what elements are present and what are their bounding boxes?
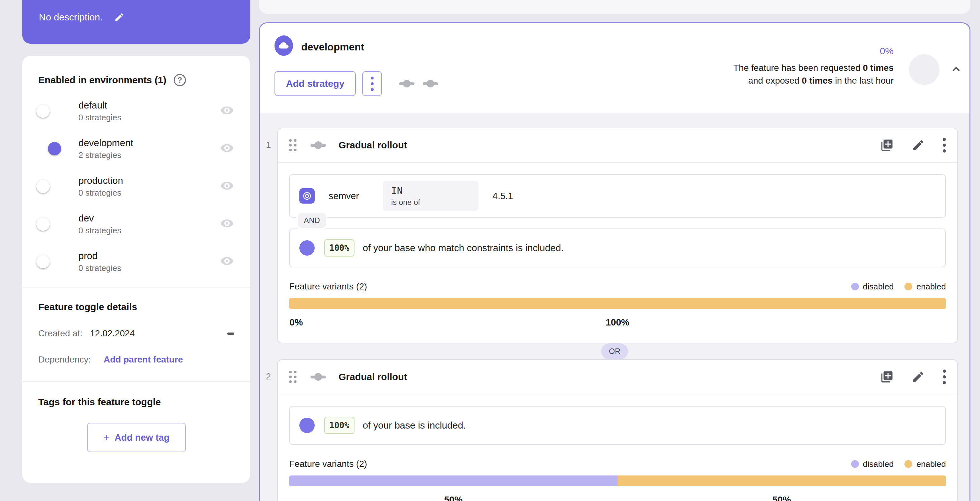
variants-bar (289, 475, 946, 486)
drag-handle[interactable] (289, 139, 296, 151)
eye-icon[interactable] (220, 103, 234, 119)
eye-icon[interactable] (220, 216, 234, 232)
edit-strategy-button[interactable] (912, 139, 925, 152)
rollout-description: of your base who match constraints is in… (363, 243, 564, 254)
operator-description: is one of (391, 198, 470, 207)
environment-row-dev: dev0 strategies (38, 205, 234, 243)
environment-name: dev (78, 213, 121, 224)
tags-title: Tags for this feature toggle (38, 397, 234, 407)
environment-row-default: default0 strategies (38, 92, 234, 130)
strategy-row-1: 1 Gradual rollout semver (260, 128, 969, 343)
constraint-value: 4.5.1 (493, 191, 513, 201)
strategy-kebab-button[interactable] (943, 138, 946, 153)
feature-variants-label: Feature variants (2) (289, 281, 367, 292)
toggle-dev[interactable] (38, 219, 59, 230)
variants-legend: disabled enabled (851, 282, 946, 292)
legend-dot-disabled (851, 283, 859, 290)
variants-bar (289, 298, 946, 309)
edit-description-icon[interactable] (114, 12, 124, 22)
environment-name: default (78, 100, 121, 111)
plus-icon: + (103, 431, 109, 444)
legend-label: disabled (863, 459, 894, 469)
variant-percent-label: 100% (606, 317, 629, 328)
add-parent-feature-link[interactable]: Add parent feature (103, 354, 183, 365)
strategy-row-2: 2 Gradual rollout 100% of (260, 359, 969, 501)
environments-title: Enabled in environments (1) (38, 75, 166, 86)
dependency-label: Dependency: (38, 354, 91, 365)
rollout-percent-chip: 100% (324, 417, 355, 434)
minus-icon (227, 332, 234, 335)
operator-code: IN (391, 185, 470, 196)
description-text: No description. (39, 12, 103, 23)
feature-variants-label: Feature variants (2) (289, 459, 367, 469)
toggle-development[interactable] (38, 143, 59, 154)
cloud-icon (278, 40, 290, 51)
tags-section: Tags for this feature toggle + Add new t… (38, 382, 234, 452)
drag-handle[interactable] (289, 371, 296, 383)
strategy-number: 2 (260, 359, 277, 501)
rollout-description: of your base is included. (363, 420, 466, 431)
strategies-list: 1 Gradual rollout semver (260, 113, 969, 501)
rollout-box: 100% of your base is included. (289, 406, 946, 445)
environment-row-prod: prod0 strategies (38, 243, 234, 281)
legend-dot-enabled (904, 460, 912, 468)
legend-label: disabled (863, 282, 894, 292)
variant-segment-enabled (289, 298, 946, 309)
add-new-tag-button[interactable]: + Add new tag (87, 423, 186, 452)
constraint-box: semver IN is one of 4.5.1 (289, 174, 946, 218)
variant-percent-label: 0% (290, 317, 303, 328)
exposure-percent: 0% (733, 46, 894, 56)
constraint-operator: IN is one of (383, 181, 479, 211)
rollout-percent-chip: 100% (324, 239, 355, 257)
metrics-line-1: The feature has been requested 0 times (733, 62, 894, 74)
collapse-environment-button[interactable] (949, 62, 963, 76)
legend-label: enabled (916, 282, 946, 292)
environment-strategy-count: 0 strategies (78, 263, 121, 273)
environments-card: Enabled in environments (1) ? default0 s… (22, 56, 250, 483)
strategy-type-indicators (399, 80, 438, 88)
variant-percent-label: 50% (444, 495, 463, 501)
eye-icon[interactable] (220, 179, 234, 194)
environment-strategies-card: development Add strategy 0% The feature … (259, 22, 970, 501)
help-icon[interactable]: ? (173, 73, 187, 87)
environment-strategy-count: 0 strategies (78, 113, 121, 123)
or-divider: OR (260, 343, 969, 359)
variants-bar-labels: 0% 100% (289, 317, 946, 330)
strategy-title: Gradual rollout (339, 372, 407, 382)
strategy-number: 1 (260, 128, 277, 343)
toggle-default[interactable] (38, 105, 59, 116)
strategy-kebab-button[interactable] (943, 370, 946, 384)
feature-details-title: Feature toggle details (38, 302, 234, 313)
environment-row-production: production0 strategies (38, 168, 234, 205)
eye-icon[interactable] (220, 141, 234, 157)
exposure-donut-placeholder (909, 54, 940, 85)
eye-icon[interactable] (220, 254, 234, 270)
feature-details-section: Feature toggle details Created at: 12.02… (38, 287, 234, 365)
exposure-metrics: 0% The feature has been requested 0 time… (733, 46, 894, 87)
rollout-pie-icon (299, 240, 315, 255)
and-chip: AND (298, 213, 326, 228)
toggle-production[interactable] (38, 181, 59, 192)
toggle-prod[interactable] (38, 256, 59, 267)
variant-segment-enabled (617, 475, 946, 486)
copy-strategy-button[interactable] (880, 370, 894, 384)
add-strategy-button[interactable]: Add strategy (275, 71, 356, 96)
constraint-name: semver (329, 191, 383, 201)
strategy-title: Gradual rollout (339, 140, 407, 151)
svg-text:?: ? (177, 76, 182, 84)
legend-label: enabled (916, 459, 946, 469)
description-card: No description. (22, 0, 250, 44)
copy-strategy-button[interactable] (880, 139, 894, 152)
environments-list: default0 strategies development2 strateg… (38, 92, 234, 281)
environment-name: development (78, 137, 133, 148)
cloud-environment-badge (275, 35, 293, 56)
rollout-pie-icon (299, 418, 315, 433)
rollout-strategy-icon (399, 80, 414, 88)
environment-title: development (301, 41, 364, 53)
environment-name: production (78, 175, 123, 186)
edit-strategy-button[interactable] (912, 370, 925, 384)
legend-dot-enabled (904, 283, 912, 290)
metrics-line-2: and exposed 0 times in the last hour (733, 74, 894, 87)
constraint-icon (299, 188, 315, 204)
environment-kebab-button[interactable] (362, 71, 382, 96)
